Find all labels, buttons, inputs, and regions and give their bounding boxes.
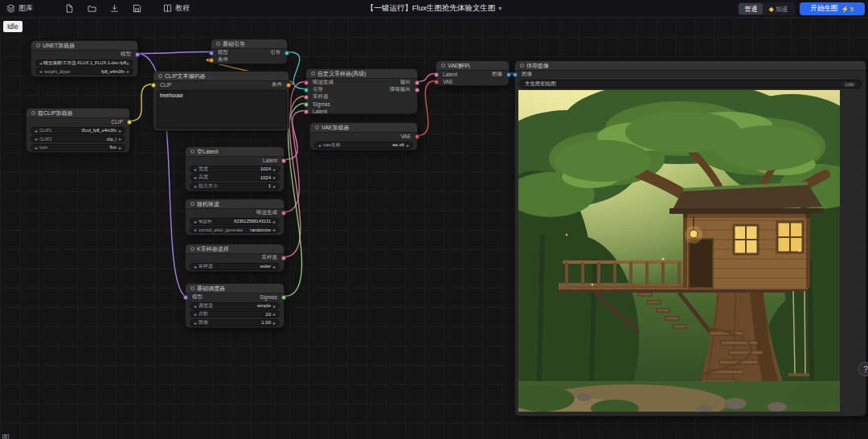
prev-arrow-icon[interactable]: ◂ <box>194 303 196 309</box>
node-titlebar[interactable]: VAE加载器 <box>310 123 417 133</box>
port-latent-in[interactable] <box>304 109 309 114</box>
node-titlebar[interactable]: 随机噪波 <box>186 199 284 209</box>
collapse-dot-icon[interactable] <box>315 125 319 129</box>
node-clip-text-encoder[interactable]: CLIP文本编码器 CLIP 条件 treehouse <box>153 71 289 131</box>
node-titlebar[interactable]: VAE解码 <box>436 61 509 71</box>
start-generation-button[interactable]: 开始生图 ⚡ 5 <box>800 2 865 15</box>
node-sampler-custom-advanced[interactable]: 自定义采样器(高级) 噪波生成 输出 引导 降噪输出 采样器 Sigmas La… <box>305 68 418 114</box>
new-workflow-button[interactable] <box>60 0 78 18</box>
widget-weight-dtype[interactable]: ◂ weight_dtype fp8_e4m3fn ▸ <box>35 68 133 75</box>
prev-arrow-icon[interactable]: ◂ <box>35 145 37 150</box>
port-latent-out[interactable] <box>281 158 286 163</box>
widget-clip2[interactable]: ◂ CLIP2 clip_l ▸ <box>31 135 125 142</box>
port-conditioning-in[interactable] <box>209 58 214 63</box>
next-arrow-icon[interactable]: ▸ <box>273 311 276 317</box>
node-unet-loader[interactable]: UNET加载器 模型 ◂ \模型底模\工作流-FLUX.1_FLUX.1-dev… <box>31 40 138 77</box>
node-titlebar[interactable]: K采样器选择 <box>186 244 284 254</box>
widget-control-after-generate[interactable]: ◂ control_after_generate randomize ▸ <box>190 226 280 233</box>
port-sampler-out[interactable] <box>281 256 286 261</box>
next-arrow-icon[interactable]: ▸ <box>273 320 276 326</box>
gallery-button[interactable]: 图库 <box>0 0 39 18</box>
port-sigmas-in[interactable] <box>304 102 309 107</box>
node-vae-loader[interactable]: VAE加载器 VAE ◂ vae名称 ae.sft ▸ <box>309 122 418 150</box>
node-empty-latent[interactable]: 空Latent Latent ◂ 宽度 1024 ▸ ◂ 高度 1024 ▸ ◂… <box>185 146 285 191</box>
port-latent-in[interactable] <box>434 72 439 77</box>
prompt-textarea[interactable]: treehouse <box>157 90 287 129</box>
prev-arrow-icon[interactable]: ◂ <box>35 128 37 133</box>
port-noise-out[interactable] <box>281 211 286 215</box>
prev-arrow-icon[interactable]: ◂ <box>194 166 196 172</box>
port-output-out[interactable] <box>415 80 420 85</box>
node-titlebar[interactable]: CLIP文本编码器 <box>154 72 289 81</box>
port-sampler-in[interactable] <box>304 95 309 100</box>
node-basic-guider[interactable]: 基础引导 模型 引导 条件 <box>211 39 288 64</box>
prev-arrow-icon[interactable]: ◂ <box>194 174 196 180</box>
prev-arrow-icon[interactable]: ◂ <box>194 311 196 317</box>
node-titlebar[interactable]: 基础调度器 <box>186 284 284 293</box>
widget-unet-name[interactable]: ◂ \模型底模\工作流-FLUX.1_FLUX.1-dev-fp8 ▸ <box>35 59 133 67</box>
collapse-dot-icon[interactable] <box>520 64 524 68</box>
next-arrow-icon[interactable]: ▸ <box>273 219 276 224</box>
node-random-noise[interactable]: 随机噪波 噪波生成 ◂ 噪波种 923612568143131 ▸ ◂ cont… <box>185 199 285 236</box>
port-sigmas-out[interactable] <box>281 295 286 300</box>
next-arrow-icon[interactable]: ▸ <box>119 128 121 133</box>
prev-arrow-icon[interactable]: ◂ <box>194 183 196 189</box>
port-image-in[interactable] <box>513 72 518 77</box>
widget-noise-seed[interactable]: ◂ 噪波种 923612568143131 ▸ <box>190 218 280 225</box>
collapse-dot-icon[interactable] <box>311 72 315 76</box>
generated-image-preview[interactable] <box>518 90 840 412</box>
node-titlebar[interactable]: 双CLIP加载器 <box>27 109 129 118</box>
next-arrow-icon[interactable]: ▸ <box>273 174 276 180</box>
prev-arrow-icon[interactable]: ◂ <box>194 320 196 326</box>
widget-sampler-name[interactable]: ◂ 采样器 euler ▸ <box>190 263 280 270</box>
prev-arrow-icon[interactable]: ◂ <box>318 142 321 148</box>
next-arrow-icon[interactable]: ▸ <box>119 145 121 150</box>
node-basic-scheduler[interactable]: 基础调度器 模型 Sigmas ◂ 调度器 simple ▸ ◂ 步数 20 ▸… <box>185 283 285 328</box>
collapse-dot-icon[interactable] <box>190 286 194 290</box>
port-guider-out[interactable] <box>285 51 289 55</box>
collapse-dot-icon[interactable] <box>190 247 194 251</box>
port-noise-in[interactable] <box>304 80 309 85</box>
next-arrow-icon[interactable]: ▸ <box>273 166 276 172</box>
import-button[interactable] <box>105 0 123 18</box>
node-titlebar[interactable]: 自定义采样器(高级) <box>306 69 417 79</box>
port-clip-in[interactable] <box>151 83 156 88</box>
next-arrow-icon[interactable]: ▸ <box>127 68 129 74</box>
collapse-dot-icon[interactable] <box>441 64 445 68</box>
prev-arrow-icon[interactable]: ◂ <box>35 136 37 142</box>
port-image-out[interactable] <box>506 72 511 77</box>
widget-batch-size[interactable]: ◂ 批次大小 1 ▸ <box>190 183 280 190</box>
node-vae-decode[interactable]: VAE解码 Latent 图像 VAE <box>436 60 510 86</box>
port-guider-in[interactable] <box>304 88 309 92</box>
widget-steps[interactable]: ◂ 步数 20 ▸ <box>190 310 280 318</box>
prev-arrow-icon[interactable]: ◂ <box>194 264 196 269</box>
help-button[interactable]: ? <box>858 362 868 376</box>
next-arrow-icon[interactable]: ▸ <box>119 136 121 142</box>
collapse-dot-icon[interactable] <box>216 42 220 46</box>
save-workflow-button[interactable] <box>128 0 145 18</box>
port-vae-out[interactable] <box>415 134 420 139</box>
widget-type[interactable]: ◂ type flux ▸ <box>31 144 125 151</box>
prev-arrow-icon[interactable]: ◂ <box>194 227 196 232</box>
widget-clip1[interactable]: ◂ CLIP1 t5xxl_fp8_e4m3fn ▸ <box>31 127 125 134</box>
collapse-dot-icon[interactable] <box>190 202 194 206</box>
widget-vae-name[interactable]: ◂ vae名称 ae.sft ▸ <box>314 142 413 149</box>
widget-width[interactable]: ◂ 宽度 1024 ▸ <box>190 166 280 173</box>
next-arrow-icon[interactable]: ▸ <box>127 60 129 66</box>
collapse-dot-icon[interactable] <box>36 43 40 47</box>
node-titlebar[interactable]: UNET加载器 <box>31 41 137 51</box>
next-arrow-icon[interactable]: ▸ <box>273 264 276 269</box>
collapse-dot-icon[interactable] <box>158 74 162 78</box>
port-denoised-out[interactable] <box>415 88 420 92</box>
next-arrow-icon[interactable]: ▸ <box>407 142 409 148</box>
port-model-in[interactable] <box>183 295 188 300</box>
collapse-dot-icon[interactable] <box>31 111 35 115</box>
next-arrow-icon[interactable]: ▸ <box>273 183 276 189</box>
port-conditioning-out[interactable] <box>286 83 291 88</box>
node-titlebar[interactable]: 空Latent <box>186 147 284 157</box>
widget-denoise[interactable]: ◂ 降噪 1.00 ▸ <box>190 319 280 326</box>
port-model-in[interactable] <box>209 51 214 55</box>
node-titlebar[interactable]: 保存图像 <box>515 61 866 71</box>
widget-scheduler[interactable]: ◂ 调度器 simple ▸ <box>190 302 280 310</box>
next-arrow-icon[interactable]: ▸ <box>273 227 276 232</box>
